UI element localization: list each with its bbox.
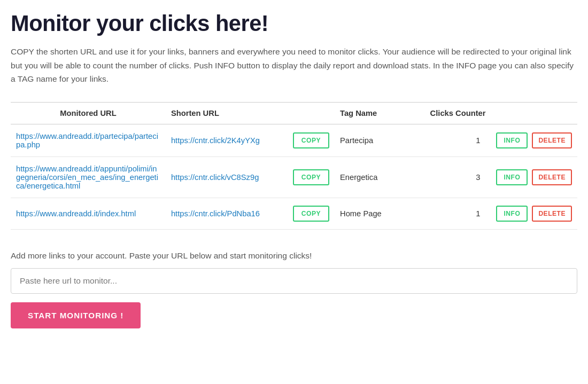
tag-name-cell: Energetica [335,156,413,198]
monitored-url-link[interactable]: https://www.andreadd.it/partecipa/partec… [16,132,158,149]
col-header-clicks: Clicks Counter [413,102,491,124]
table-row: https://www.andreadd.it/appunti/polimi/i… [11,156,577,198]
col-header-actions [491,102,577,124]
clicks-count-cell: 1 [413,198,491,229]
shorten-url-link[interactable]: https://cntr.click/2K4yYXg [171,136,260,145]
page-description: COPY the shorten URL and use it for your… [11,45,577,86]
clicks-count-cell: 3 [413,156,491,198]
table-row: https://www.andreadd.it/partecipa/partec… [11,124,577,156]
monitoring-table: Monitored URL Shorten URL Tag Name Click… [11,102,577,230]
col-header-monitored: Monitored URL [11,102,166,124]
col-header-tag: Tag Name [335,102,413,124]
tag-name-cell: Home Page [335,198,413,229]
copy-button[interactable]: COPY [293,169,329,185]
page-title: Monitor your clicks here! [11,11,577,36]
add-section-label: Add more links to your account. Paste yo… [11,251,577,261]
col-header-shorten: Shorten URL [166,102,288,124]
copy-button[interactable]: COPY [293,132,329,148]
tag-name-cell: Partecipa [335,124,413,156]
info-button[interactable]: INFO [496,206,528,222]
col-header-copy [288,102,335,124]
shorten-url-link[interactable]: https://cntr.click/vC8Sz9g [171,173,259,182]
add-section: Add more links to your account. Paste yo… [11,251,577,328]
monitored-url-link[interactable]: https://www.andreadd.it/index.html [16,209,136,218]
clicks-count-cell: 1 [413,124,491,156]
delete-button[interactable]: DELETE [532,206,572,222]
copy-button[interactable]: COPY [293,206,329,222]
delete-button[interactable]: DELETE [532,169,572,185]
start-monitoring-button[interactable]: START MONITORING ! [11,302,141,328]
info-button[interactable]: INFO [496,132,528,148]
info-button[interactable]: INFO [496,169,528,185]
monitored-url-link[interactable]: https://www.andreadd.it/appunti/polimi/i… [16,164,158,190]
shorten-url-link[interactable]: https://cntr.click/PdNba16 [171,209,260,218]
table-row: https://www.andreadd.it/index.html https… [11,198,577,229]
url-input[interactable] [11,268,577,294]
delete-button[interactable]: DELETE [532,132,572,148]
